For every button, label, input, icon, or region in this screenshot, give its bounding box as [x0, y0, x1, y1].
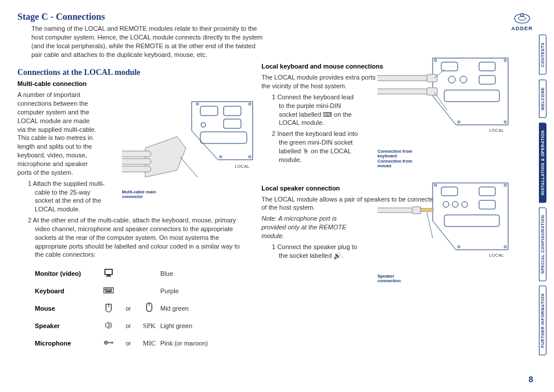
tab-special-config[interactable]: SPECIAL CONFIGURATION [539, 207, 546, 281]
svg-marker-24 [192, 102, 253, 160]
tab-installation[interactable]: INSTALLATION & OPERATION [539, 123, 546, 203]
km-step-2: 2 Insert the keyboard lead into the gree… [272, 130, 359, 164]
table-row: Microphone or MIC Pink (or maroon) [35, 335, 250, 352]
tab-contents[interactable]: CONTENTS [539, 35, 546, 75]
speaker-icon [99, 320, 118, 332]
svg-rect-8 [110, 289, 111, 290]
svg-rect-11 [106, 290, 107, 292]
label-mouse-conn: Connection from mouse [377, 159, 412, 169]
svg-rect-0 [105, 269, 113, 275]
svg-rect-36 [122, 159, 151, 164]
label-spk-conn: Speaker connection [377, 274, 412, 284]
svg-rect-9 [111, 289, 113, 290]
speaker-note: Note: A microphone port is provided only… [261, 214, 354, 240]
logo-text: ADDER [508, 26, 537, 31]
svg-rect-35 [122, 151, 151, 157]
table-row: Monitor (video) Blue [35, 265, 250, 282]
stage-heading: Stage C - Connections [17, 12, 505, 22]
diagram-multi-cable: LOCAL Multi-cable main connector [122, 96, 256, 189]
table-row: Keyboard Purple [35, 282, 250, 300]
step-2: 2 At the other end of the multi-cable, a… [28, 216, 250, 259]
svg-marker-34 [145, 136, 186, 177]
svg-marker-56 [433, 183, 508, 250]
svg-rect-5 [106, 289, 107, 290]
connector-table: Monitor (video) Blue Keyboard Purple [35, 265, 250, 352]
mouse-alt-icon [138, 302, 160, 315]
svg-rect-69 [412, 207, 421, 214]
svg-rect-15 [111, 290, 113, 292]
tab-welcome[interactable]: WELCOME [539, 80, 546, 118]
label-local: LOCAL [490, 128, 504, 132]
svg-rect-51 [427, 74, 437, 82]
table-row: Mouse or Mid green [35, 300, 250, 317]
svg-rect-14 [110, 290, 111, 292]
svg-rect-4 [105, 289, 106, 290]
keyboard-icon [99, 285, 118, 297]
monitor-icon [99, 268, 118, 279]
label-local: LOCAL [235, 164, 250, 168]
diagram-speaker: LOCAL Speaker connection [377, 180, 511, 273]
km-step-1: 1 Connect the keyboard lead to the purpl… [272, 93, 359, 127]
label-kb-conn: Connection from keyboard [377, 149, 412, 159]
microphone-icon [99, 337, 118, 349]
table-row: Speaker or SPK Light green [35, 317, 250, 335]
label-local: LOCAL [490, 253, 504, 257]
nav-tabs: CONTENTS WELCOME INSTALLATION & OPERATIO… [539, 35, 552, 360]
svg-rect-16 [106, 292, 112, 293]
label-multi-cable: Multi-cable main connector [122, 190, 168, 200]
page-number: 8 [528, 375, 533, 384]
mouse-icon [99, 303, 118, 314]
sp-step-1: 1 Connect the speaker plug to the socket… [272, 243, 359, 260]
svg-rect-50 [377, 75, 430, 81]
svg-rect-1 [107, 275, 110, 276]
svg-rect-10 [105, 290, 106, 292]
adder-logo: ADDER [508, 10, 537, 31]
connections-subheading: Connections at the LOCAL module [17, 68, 250, 77]
svg-rect-70 [420, 208, 433, 211]
svg-rect-68 [377, 208, 415, 213]
svg-rect-7 [109, 289, 110, 290]
svg-point-72 [515, 14, 530, 23]
svg-rect-13 [109, 290, 110, 292]
svg-rect-6 [107, 289, 109, 290]
svg-marker-39 [433, 58, 508, 125]
diagram-kb-mouse: LOCAL Connection from keyboard Connectio… [377, 55, 511, 148]
intro-text: The naming of the LOCAL and REMOTE modul… [31, 24, 264, 59]
multi-cable-title: Multi-cable connection [17, 80, 250, 88]
step-1: 1 Attach the supplied multi-cable to the… [28, 179, 109, 214]
svg-rect-12 [107, 290, 109, 292]
svg-rect-2 [106, 276, 111, 277]
svg-line-71 [427, 212, 433, 238]
svg-rect-37 [122, 166, 151, 172]
tab-further-info[interactable]: FURTHER INFORMATION [539, 286, 546, 355]
svg-line-38 [180, 157, 197, 177]
multi-cable-body: A number of important connections betwee… [17, 91, 99, 177]
svg-rect-52 [377, 89, 430, 94]
